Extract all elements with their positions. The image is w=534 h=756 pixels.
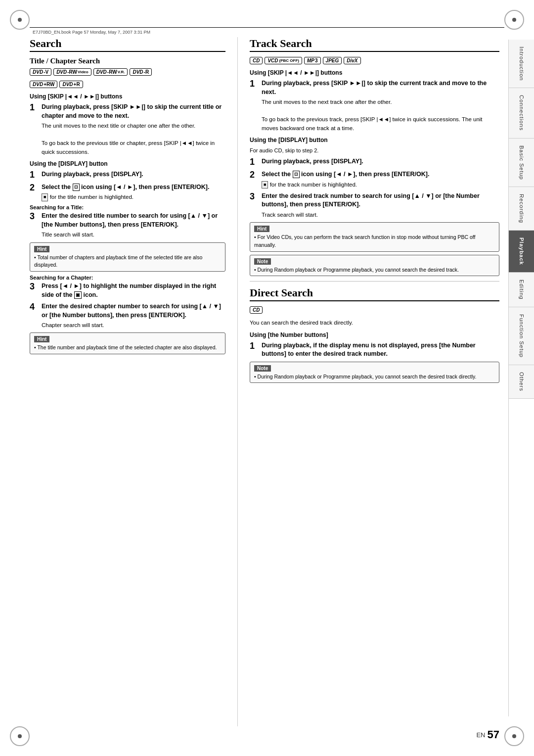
step-number-2: 2 [30,183,39,202]
left-subsection-title: Title / Chapter Search [30,57,225,65]
hint-label-1: Hint [34,246,49,252]
right-step1b: 1 During playback, press [DISPLAY]. [250,157,499,167]
search-chapter-head: Searching for a Chapter: [30,275,225,281]
right-step2-content: Select the ⊡ icon using [◄ / ►], then pr… [262,170,499,189]
right-step3: 3 Enter the desired track number to sear… [250,192,499,219]
sidebar-tab-playback[interactable]: Playback [509,231,534,273]
page: E7J70BD_EN.book Page 57 Monday, May 7, 2… [0,0,534,756]
display-icon: ⊡ [73,184,80,191]
right-column: Track Search CD VCD(PBC OFF) MP3 JPEG Di… [237,37,499,726]
sidebar-tab-editing[interactable]: Editing [509,273,534,307]
sidebar-tab-basic-setup[interactable]: Basic Setup [509,139,534,188]
direct-step1: 1 During playback, if the display menu i… [250,341,499,359]
direct-text: You can search the desired track directl… [250,319,499,327]
left-step1-bold: During playback, press [SKIP ►►|] to ski… [42,103,225,120]
hint-box-2: Hint • The title number and playback tim… [30,332,225,354]
left-step3-content: Enter the desired title number to search… [42,212,225,239]
left-column: Search Title / Chapter Search DVD-V DVD-… [30,37,237,726]
right-step3-note: Track search will start. [262,211,499,219]
format-badges-left2: DVD+RW DVD+R [30,81,225,88]
direct-step1-bold: During playback, if the display menu is … [262,341,499,359]
left-step3b-bold: Press [◄ / ►] to highlight the number di… [42,282,225,299]
right-section-title: Track Search [250,37,499,50]
right-note-text: • During Random playback or Programme pl… [254,266,495,274]
left-step2-content: Select the ⊡ icon using [◄ / ►], then pr… [42,183,225,202]
footer-page-num: 57 [488,728,499,741]
right-section-divider [250,51,499,52]
hint-text-1: • Total number of chapters and playback … [34,254,221,270]
track-highlight-icon: ■ [262,181,268,189]
left-step1-text2: To go back to the previous title or chap… [42,139,225,156]
corner-decoration-br [504,726,524,746]
badge-dvd-rw-video: DVD-RW Video [53,68,91,76]
right-step-number-1b: 1 [250,157,259,167]
badge-dvd-r: DVD-R [130,68,152,76]
badge-vcd: VCD(PBC OFF) [265,57,302,64]
hint-text-2: • The title number and playback time of … [34,344,221,352]
format-badges-left: DVD-V DVD-RW Video DVD-RW V.R. DVD-R [30,68,225,76]
footer-en-label: EN [476,731,485,739]
main-content: Search Title / Chapter Search DVD-V DVD-… [30,37,499,726]
left-step3-note: Title search will start. [42,231,225,239]
badge-dvd-plus-r: DVD+R [59,81,83,88]
chapter-icon: ▣ [74,291,82,299]
left-step1b-content: During playback, press [DISPLAY]. [42,170,225,180]
left-step4-content: Enter the desired chapter number to sear… [42,302,225,330]
right-hint-label: Hint [254,226,269,232]
left-step3-bold: Enter the desired title number to search… [42,212,225,229]
right-step1-text1: The unit moves to the next track one aft… [262,98,499,106]
direct-section-divider [250,300,499,301]
sidebar-tab-function-setup[interactable]: Function Setup [509,307,534,365]
left-using-skip-heading: Using [SKIP |◄◄ / ►►|] buttons [30,93,225,100]
right-step1b-content: During playback, press [DISPLAY]. [262,157,499,167]
right-step1b-bold: During playback, press [DISPLAY]. [262,157,499,166]
format-badges-right: CD VCD(PBC OFF) MP3 JPEG DivX [250,57,499,64]
right-note-label: Note [254,258,271,265]
right-hint-box: Hint • For Video CDs, you can perform th… [250,222,499,252]
right-display-icon: ⊡ [293,171,300,178]
title-highlight-icon: ■ [42,193,48,201]
right-step1-content: During playback, press [SKIP ►►|] to ski… [262,79,499,133]
direct-search-title: Direct Search [250,286,499,299]
header-text: E7J70BD_EN.book Page 57 Monday, May 7, 2… [33,30,150,35]
direct-search-divider [250,281,499,282]
left-step3b-content: Press [◄ / ►] to highlight the number di… [42,282,225,299]
left-step4-bold: Enter the desired chapter number to sear… [42,302,225,320]
corner-decoration-tl [10,10,30,30]
direct-step1-content: During playback, if the display menu is … [262,341,499,359]
step-number-1b: 1 [30,170,39,180]
right-sidebar: Introduction Connections Basic Setup Rec… [508,40,534,716]
sidebar-tab-connections[interactable]: Connections [509,88,534,138]
right-step1: 1 During playback, press [SKIP ►►|] to s… [250,79,499,133]
badge-divx: DivX [344,57,360,64]
left-step2: 2 Select the ⊡ icon using [◄ / ►], then … [30,183,225,202]
left-step1b-bold: During playback, press [DISPLAY]. [42,170,225,179]
corner-decoration-tr [504,10,524,30]
badge-mp3: MP3 [304,57,321,64]
right-step1-text2: To go back to the previous track, press … [262,115,499,133]
footer: EN 57 [30,728,499,741]
sidebar-tab-recording[interactable]: Recording [509,187,534,231]
right-step-number-3: 3 [250,192,259,219]
left-step1b: 1 During playback, press [DISPLAY]. [30,170,225,180]
hint-box-1: Hint • Total number of chapters and play… [30,242,225,272]
sidebar-tab-others[interactable]: Others [509,365,534,399]
header-bar: E7J70BD_EN.book Page 57 Monday, May 7, 2… [30,27,504,36]
right-step3-bold: Enter the desired track number to search… [262,192,499,209]
left-step1-text1: The unit moves to the next title or chap… [42,122,225,130]
left-section-divider [30,51,225,52]
sidebar-tab-introduction[interactable]: Introduction [509,40,534,88]
right-hint-text: • For Video CDs, you can perform the tra… [254,234,495,249]
right-step-number-2: 2 [250,170,259,189]
right-display-note: For audio CD, skip to step 2. [250,146,499,155]
search-title-head: Searching for a Title: [30,204,225,210]
right-step2-note: ■ for the track number is highlighted. [262,181,499,189]
right-step-number-1: 1 [250,79,259,133]
left-step3: 3 Enter the desired title number to sear… [30,212,225,239]
direct-badges: CD [250,306,499,314]
badge-jpeg: JPEG [323,57,342,64]
direct-using-heading: Using [the Number buttons] [250,331,499,338]
left-section-title: Search [30,37,225,50]
left-step1-content: During playback, press [SKIP ►►|] to ski… [42,103,225,156]
left-step1: 1 During playback, press [SKIP ►►|] to s… [30,103,225,156]
